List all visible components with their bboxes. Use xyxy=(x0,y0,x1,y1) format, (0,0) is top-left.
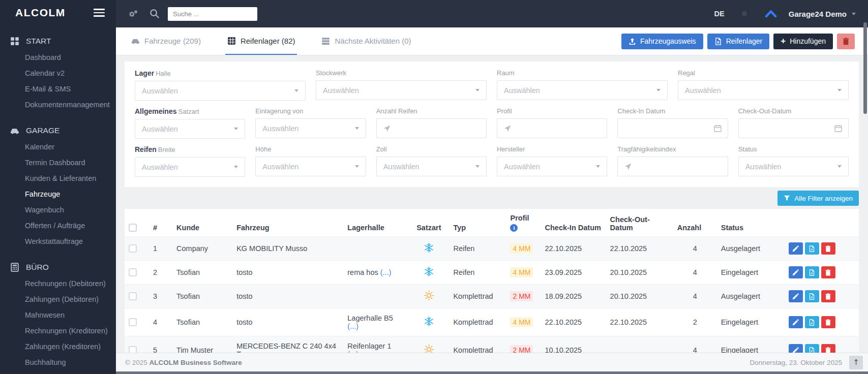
check-in-datum-input[interactable] xyxy=(617,118,728,138)
settings-gears-icon[interactable] xyxy=(128,9,138,19)
checkout-cell: 20.10.2025 xyxy=(606,261,673,285)
row-number: 2 xyxy=(149,261,172,285)
tragfähigikeitsindex-input[interactable] xyxy=(617,157,728,176)
sidebar-item-wagenbuch[interactable]: Wagenbuch xyxy=(0,202,116,218)
scroll-to-top-button[interactable]: ↑ xyxy=(849,356,863,369)
tab-fahrzeuge[interactable]: Fahrzeuge (209) xyxy=(129,27,203,55)
pdf-button[interactable] xyxy=(805,242,819,255)
profil-input[interactable] xyxy=(497,118,607,138)
app-logo[interactable]: ALCOLM xyxy=(15,7,66,19)
breite-select[interactable]: Auswählen xyxy=(135,157,245,177)
edit-button[interactable] xyxy=(789,242,803,255)
filter-field: RegalAuswählen xyxy=(678,69,849,101)
sidebar-item-kunden-lieferanten[interactable]: Kunden & Lieferanten xyxy=(0,171,116,186)
zoll-select[interactable]: Auswählen xyxy=(376,157,487,176)
row-checkbox[interactable] xyxy=(129,268,137,276)
sidebar-item-lohn[interactable]: Lohn xyxy=(0,370,116,374)
sidebar-item-buchhaltung[interactable]: Buchhaltung xyxy=(0,355,116,370)
storage-hall-cell xyxy=(343,285,408,308)
sidebar-item-offerten-auftr-ge[interactable]: Offerten / Aufträge xyxy=(0,218,116,234)
sidebar-item-termin-dashboard[interactable]: Termin Dashboard xyxy=(0,155,116,171)
horizontal-scrollbar[interactable] xyxy=(116,371,868,374)
sidebar-item-werkstattauftrage[interactable]: Werkstattauftrage xyxy=(0,234,116,250)
storage-hall-more-link[interactable]: (...) xyxy=(347,322,358,330)
trash-icon xyxy=(825,269,831,276)
sidebar-item-calendar-v2[interactable]: Calendar v2 xyxy=(0,66,116,81)
row-select-cell xyxy=(125,285,149,308)
row-checkbox[interactable] xyxy=(129,292,137,300)
account-menu[interactable]: Garage24 Demo xyxy=(789,10,856,18)
check-out-datum-input[interactable] xyxy=(738,118,849,138)
edit-button[interactable] xyxy=(789,290,803,302)
hersteller-select[interactable]: Auswählen xyxy=(497,157,607,176)
show-all-filters-button[interactable]: Alle Filter anzeigen xyxy=(777,191,859,206)
select-all-checkbox[interactable] xyxy=(129,224,137,232)
storage-hall-more-link[interactable]: (...) xyxy=(380,268,392,276)
delete-button[interactable] xyxy=(837,34,855,49)
pdf-button[interactable] xyxy=(805,290,819,302)
edit-button[interactable] xyxy=(789,344,803,353)
pdf-button[interactable] xyxy=(805,316,819,328)
halle-select[interactable]: Auswählen xyxy=(135,81,306,101)
row-checkbox[interactable] xyxy=(129,318,137,326)
sidebar-item-dokumentenmanagement[interactable]: Dokumentenmanagement xyxy=(0,97,116,113)
filter-field: Anzahl Reifen xyxy=(376,107,487,139)
sidebar-item-kalender[interactable]: Kalender xyxy=(0,139,116,155)
pdffile-icon xyxy=(809,269,815,276)
actions-cell xyxy=(785,308,859,336)
edit-button[interactable] xyxy=(789,316,803,328)
sidebar-section-start[interactable]: START xyxy=(0,33,116,50)
tab-nchste[interactable]: Nächste Aktivitäten (0) xyxy=(319,27,413,55)
reifenlager-export-button[interactable]: Reifenlager xyxy=(707,34,770,49)
filter-label: Tragfähigikeitsindex xyxy=(617,145,728,153)
delete-row-button[interactable] xyxy=(821,290,835,302)
sidebar-section-büro[interactable]: BÜRO xyxy=(0,259,116,276)
filter-label: Hersteller xyxy=(497,145,607,153)
notification-dot-icon[interactable] xyxy=(742,11,747,16)
footer-right: Donnerstag, 23. Oktober 2025 ↑ xyxy=(750,356,863,369)
sidebar-item-zahlungen-debitoren-[interactable]: Zahlungen (Debitoren) xyxy=(0,292,116,307)
delete-row-button[interactable] xyxy=(821,242,835,255)
sidebar-item-zahlungen-kreditoren-[interactable]: Zahlungen (Kreditoren) xyxy=(0,339,116,355)
tab-reifenlager[interactable]: Reifenlager (82) xyxy=(225,27,297,55)
raum-select[interactable]: Auswählen xyxy=(497,80,668,100)
pdf-button[interactable] xyxy=(805,266,819,278)
row-number: 5 xyxy=(149,336,172,353)
sidebar-section: STARTDashboardCalendar v2E-Mail & SMSDok… xyxy=(0,33,116,113)
sidebar-item-rechnungen-debitoren-[interactable]: Rechnungen (Debitoren) xyxy=(0,276,116,292)
sidebar-item-fahrzeuge[interactable]: Fahrzeuge xyxy=(0,186,116,202)
stockwerk-select[interactable]: Auswählen xyxy=(316,80,487,100)
sidebar-item-e-mail-sms[interactable]: E-Mail & SMS xyxy=(0,81,116,97)
hinzufuegen-button[interactable]: + Hinzufügen xyxy=(773,34,833,49)
sidebar-section-garage[interactable]: GARAGE xyxy=(0,122,116,139)
row-checkbox[interactable] xyxy=(129,346,137,353)
car-icon xyxy=(131,37,140,45)
edit-button[interactable] xyxy=(789,266,803,278)
fahrzeugausweis-button[interactable]: Fahrzeugausweis xyxy=(621,34,703,49)
regal-select[interactable]: Auswählen xyxy=(678,80,849,100)
sidebar-item-mahnwesen[interactable]: Mahnwesen xyxy=(0,307,116,323)
delete-row-button[interactable] xyxy=(821,266,835,278)
filter-field: HöheAuswählen xyxy=(255,145,366,177)
höhe-select[interactable]: Auswählen xyxy=(255,157,366,176)
satzart-select[interactable]: Auswählen xyxy=(135,119,245,139)
column-header-lagerhalle: Lagerhalle xyxy=(343,209,408,237)
info-icon[interactable]: i xyxy=(510,224,518,232)
language-selector[interactable]: DE xyxy=(714,10,725,18)
sidebar-item-rechnungen-kreditoren-[interactable]: Rechnungen (Kreditoren) xyxy=(0,323,116,339)
anzahl-reifen-input[interactable] xyxy=(376,118,487,138)
einlagerung-von-select[interactable]: Auswählen xyxy=(255,118,366,138)
search-icon[interactable] xyxy=(149,9,160,19)
menu-toggle-icon[interactable] xyxy=(94,7,105,19)
column-header-typ: Typ xyxy=(449,209,506,237)
vertical-scrollbar-thumb[interactable] xyxy=(863,22,867,114)
status-select[interactable]: Auswählen xyxy=(738,157,849,176)
filter-label-text: Profil xyxy=(497,107,512,115)
sidebar-item-dashboard[interactable]: Dashboard xyxy=(0,50,116,66)
actions-cell xyxy=(785,237,859,261)
search-input[interactable] xyxy=(168,7,257,21)
row-checkbox[interactable] xyxy=(129,244,137,253)
delete-row-button[interactable] xyxy=(821,316,835,328)
delete-row-button[interactable] xyxy=(821,344,835,353)
pdf-button[interactable] xyxy=(805,344,819,353)
